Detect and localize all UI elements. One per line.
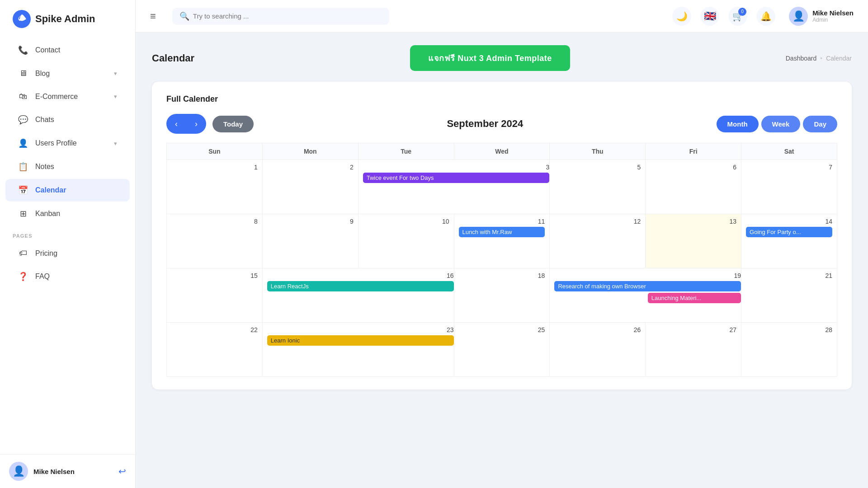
header-user-name: Mike Nielsen [812, 9, 854, 17]
sidebar: Spike Admin 📞 Contact 🖥 Blog ▾ 🛍 E-Comme… [0, 0, 136, 488]
cell-sep21: 21 [741, 268, 837, 323]
breadcrumb: Dashboard • Calendar [786, 55, 852, 62]
next-month-button[interactable]: › [186, 114, 206, 134]
cell-sep1: 1 [167, 160, 263, 214]
kanban-icon: ⊞ [18, 209, 28, 219]
cell-sep2: 2 [262, 160, 358, 214]
sidebar-item-pricing[interactable]: 🏷 Pricing [5, 242, 130, 264]
notification-icon[interactable]: 🔔 [756, 7, 775, 26]
chevron-down-icon: ▾ [114, 70, 117, 77]
app-logo[interactable]: Spike Admin [0, 0, 135, 38]
promo-banner[interactable]: แจกฟรี Nuxt 3 Admin Template [410, 45, 570, 71]
calendar-nav-buttons: ‹ › [166, 114, 206, 134]
table-row: 1 2 3 Twice event For two Days 5 6 7 [167, 160, 837, 214]
sidebar-footer: 👤 Mike Nielsen ↩ [0, 454, 135, 488]
menu-icon[interactable]: ≡ [150, 10, 156, 22]
sidebar-label-faq: FAQ [35, 272, 50, 281]
week-view-button[interactable]: Week [761, 116, 801, 132]
chat-icon: 💬 [18, 115, 28, 125]
header-user-info: Mike Nielsen Admin [812, 9, 854, 23]
calendar-month-label: September 2024 [258, 118, 712, 130]
cell-sep16: 16 Learn ReactJs [262, 268, 454, 323]
col-tue: Tue [358, 143, 454, 160]
day-view-button[interactable]: Day [803, 116, 837, 132]
sidebar-item-kanban[interactable]: ⊞ Kanban [5, 202, 130, 225]
dark-mode-toggle[interactable]: 🌙 [672, 7, 691, 26]
notes-icon: 📋 [18, 162, 28, 172]
pages-section-label: PAGES [0, 226, 135, 241]
breadcrumb-separator: • [820, 55, 822, 62]
chevron-down-icon: ▾ [114, 140, 117, 147]
sidebar-item-notes[interactable]: 📋 Notes [5, 155, 130, 178]
cell-sep19: 19 Research of making own Browser Launch… [550, 268, 741, 323]
calendar-icon: 📅 [18, 185, 28, 195]
cell-sep26: 26 [550, 323, 646, 377]
cell-sep9: 9 [262, 214, 358, 268]
cell-sep15: 15 [167, 268, 263, 323]
col-mon: Mon [262, 143, 358, 160]
cell-sep7: 7 [741, 160, 837, 214]
calendar-grid: Sun Mon Tue Wed Thu Fri Sat 1 2 [166, 143, 837, 377]
search-bar[interactable]: 🔍 [172, 8, 389, 25]
col-thu: Thu [550, 143, 646, 160]
sidebar-item-contact[interactable]: 📞 Contact [5, 39, 130, 61]
sidebar-label-calendar: Calendar [35, 186, 66, 194]
col-wed: Wed [454, 143, 550, 160]
logo-icon [13, 10, 31, 28]
footer-user-name: Mike Nielsen [33, 468, 75, 475]
footer-avatar: 👤 [9, 462, 28, 481]
phone-icon: 📞 [18, 45, 28, 55]
sidebar-item-blog[interactable]: 🖥 Blog ▾ [5, 62, 130, 84]
cell-sep23: 23 Learn Ionic [262, 323, 454, 377]
cell-sep25: 25 [454, 323, 550, 377]
app-name: Spike Admin [35, 13, 95, 25]
cell-sep27: 27 [646, 323, 741, 377]
month-view-button[interactable]: Month [717, 116, 759, 132]
sidebar-item-chats[interactable]: 💬 Chats [5, 108, 130, 131]
today-button[interactable]: Today [212, 116, 254, 132]
cell-sep8: 8 [167, 214, 263, 268]
monitor-icon: 🖥 [18, 69, 28, 78]
cell-sep12: 12 [550, 214, 646, 268]
cell-sep3: 3 Twice event For two Days [358, 160, 550, 214]
cell-sep13: 13 [646, 214, 741, 268]
logout-icon[interactable]: ↩ [118, 466, 126, 477]
sidebar-item-faq[interactable]: ❓ FAQ [5, 265, 130, 288]
user-icon: 👤 [18, 138, 28, 148]
cell-sep28: 28 [741, 323, 837, 377]
sidebar-label-ecommerce: E-Commerce [35, 93, 78, 101]
chevron-down-icon: ▾ [114, 93, 117, 100]
col-sat: Sat [741, 143, 837, 160]
cart-icon[interactable]: 🛒 0 [728, 7, 747, 26]
event-twice[interactable]: Twice event For two Days [363, 173, 550, 183]
breadcrumb-home[interactable]: Dashboard [786, 55, 817, 62]
event-launching[interactable]: Launching Materi... [648, 293, 741, 303]
table-row: 15 16 Learn ReactJs 18 19 Research of ma… [167, 268, 837, 323]
page-title: Calendar [152, 52, 194, 64]
cart-badge: 0 [738, 8, 746, 16]
sidebar-label-notes: Notes [35, 163, 54, 171]
sidebar-item-ecommerce[interactable]: 🛍 E-Commerce ▾ [5, 85, 130, 108]
event-ionic[interactable]: Learn Ionic [267, 335, 454, 346]
flag-icon[interactable]: 🇬🇧 [700, 7, 719, 26]
event-lunch[interactable]: Lunch with Mr.Raw [459, 227, 545, 237]
sidebar-item-calendar[interactable]: 📅 Calendar [5, 179, 130, 202]
footer-user-info: Mike Nielsen [33, 468, 75, 475]
search-icon: 🔍 [179, 11, 189, 21]
event-party[interactable]: Going For Party o... [746, 227, 832, 237]
table-row: 8 9 10 11 Lunch with Mr.Raw 12 13 14 Goi… [167, 214, 837, 268]
event-reactjs[interactable]: Learn ReactJs [267, 281, 454, 291]
sidebar-nav: 📞 Contact 🖥 Blog ▾ 🛍 E-Commerce ▾ 💬 Chat… [0, 38, 135, 454]
sidebar-item-users-profile[interactable]: 👤 Users Profile ▾ [5, 132, 130, 155]
search-input[interactable] [193, 12, 382, 20]
col-fri: Fri [646, 143, 741, 160]
event-research[interactable]: Research of making own Browser [554, 281, 741, 291]
sidebar-label-chats: Chats [35, 116, 54, 124]
header-user-role: Admin [812, 17, 854, 23]
prev-month-button[interactable]: ‹ [166, 114, 186, 134]
sidebar-label-pricing: Pricing [35, 249, 57, 258]
sidebar-label-blog: Blog [35, 70, 50, 78]
shopping-icon: 🛍 [18, 92, 28, 101]
main-area: ≡ 🔍 🌙 🇬🇧 🛒 0 🔔 👤 Mike Nielsen Admin [136, 0, 868, 488]
rocket-icon [16, 14, 27, 24]
